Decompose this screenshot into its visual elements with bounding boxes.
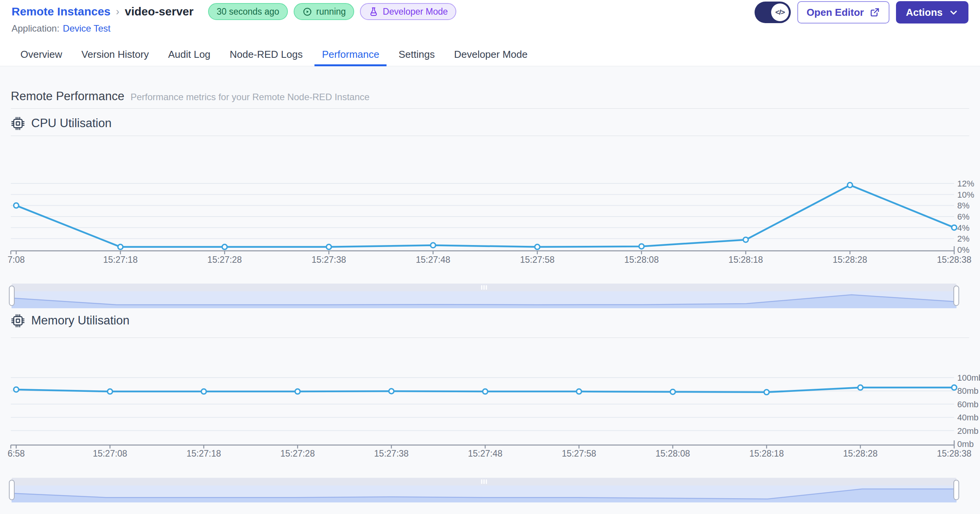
svg-text:6%: 6% (957, 212, 970, 222)
editor-toggle[interactable]: </> (755, 2, 791, 23)
svg-text:60mb: 60mb (957, 400, 978, 409)
remote-instance-page: Remote Instances › video-server 30 secon… (0, 0, 980, 514)
svg-text:20mb: 20mb (957, 426, 978, 436)
application-row: Application: Device Test (12, 23, 111, 34)
svg-text:15:27:48: 15:27:48 (468, 448, 503, 459)
memory-section-heading: Memory Utilisation (11, 313, 129, 328)
open-editor-label: Open Editor (807, 7, 864, 18)
tab-performance[interactable]: Performance (312, 43, 389, 66)
svg-text:15:28:38: 15:28:38 (937, 448, 972, 459)
svg-text:15:27:48: 15:27:48 (416, 255, 450, 265)
svg-text:80mb: 80mb (957, 386, 978, 396)
divider (11, 136, 969, 136)
cpu-section-heading: CPU Utilisation (11, 116, 111, 131)
svg-text:15:28:08: 15:28:08 (656, 448, 690, 459)
memory-chart: 0mb20mb40mb60mb80mb100mb6:5815:27:0815:2… (11, 360, 980, 472)
instance-name: video-server (125, 5, 193, 18)
drag-handle-icon[interactable] (481, 479, 487, 484)
svg-text:4%: 4% (957, 223, 970, 233)
drag-handle-icon[interactable] (481, 285, 487, 290)
svg-text:15:27:58: 15:27:58 (520, 255, 555, 265)
svg-text:12%: 12% (957, 179, 974, 188)
badge-label: 30 seconds ago (217, 7, 279, 17)
breadcrumb-separator: › (116, 6, 119, 18)
status-badge-running: running (294, 3, 355, 20)
cpu-chip-icon (11, 314, 25, 328)
cpu-chip-icon (11, 116, 25, 131)
memory-brush-drag-strip[interactable] (12, 478, 956, 485)
breadcrumb-parent-link[interactable]: Remote Instances (12, 5, 111, 18)
svg-text:40mb: 40mb (957, 413, 978, 422)
status-badge-developer-mode: Developer Mode (360, 3, 456, 20)
tab-bar: OverviewVersion HistoryAudit LogNode-RED… (0, 43, 980, 66)
svg-text:15:28:18: 15:28:18 (728, 255, 763, 265)
svg-text:15:27:38: 15:27:38 (374, 448, 409, 459)
page-subtitle: Performance metrics for your Remote Node… (131, 92, 370, 102)
status-badge-30-seconds-ago: 30 seconds ago (208, 3, 287, 20)
cpu-range-brush[interactable] (12, 284, 956, 308)
svg-text:15:28:28: 15:28:28 (833, 255, 867, 265)
svg-text:0mb: 0mb (957, 439, 974, 449)
tab-developer-mode[interactable]: Developer Mode (444, 43, 537, 66)
actions-button[interactable]: Actions (896, 1, 968, 24)
memory-range-brush[interactable] (12, 478, 956, 502)
svg-text:10%: 10% (957, 190, 974, 200)
svg-text:15:28:18: 15:28:18 (749, 448, 784, 459)
svg-text:15:27:08: 15:27:08 (93, 448, 128, 459)
tab-overview[interactable]: Overview (11, 43, 72, 66)
svg-text:15:27:28: 15:27:28 (280, 448, 315, 459)
cpu-brush-right-handle[interactable] (953, 286, 959, 306)
memory-brush-preview[interactable] (12, 485, 956, 502)
cpu-section-title: CPU Utilisation (31, 116, 111, 130)
svg-text:15:27:28: 15:27:28 (207, 255, 242, 265)
svg-text:15:27:38: 15:27:38 (312, 255, 346, 265)
cpu-brush-left-handle[interactable] (9, 286, 15, 306)
svg-text:0%: 0% (957, 245, 970, 255)
badge-label: running (316, 7, 346, 17)
svg-text:15:28:28: 15:28:28 (843, 448, 878, 459)
external-link-icon (869, 7, 880, 18)
svg-text:100mb: 100mb (957, 373, 980, 383)
header-controls: </> Open Editor Actions (755, 1, 968, 24)
page-title: Remote Performance (11, 89, 124, 103)
svg-text:15:27:58: 15:27:58 (562, 448, 597, 459)
page-title-row: Remote Performance Performance metrics f… (11, 89, 370, 105)
svg-text:8%: 8% (957, 201, 970, 210)
breadcrumb: Remote Instances › video-server 30 secon… (12, 2, 456, 21)
memory-brush-left-handle[interactable] (9, 480, 15, 500)
cpu-brush-preview[interactable] (12, 291, 956, 308)
divider (11, 338, 969, 338)
flask-icon (368, 7, 379, 17)
cpu-line-chart: 0%2%4%6%8%10%12%7:0815:27:1815:27:2815:2… (11, 162, 980, 277)
cpu-chart: 0%2%4%6%8%10%12%7:0815:27:1815:27:2815:2… (11, 162, 980, 277)
svg-text:15:27:18: 15:27:18 (103, 255, 138, 265)
cpu-brush-drag-strip[interactable] (12, 284, 956, 291)
tab-audit-log[interactable]: Audit Log (158, 43, 220, 66)
divider (11, 108, 969, 109)
badge-label: Developer Mode (383, 7, 448, 17)
svg-text:15:28:38: 15:28:38 (937, 255, 972, 265)
status-badges: 30 seconds agorunningDeveloper Mode (208, 3, 456, 20)
svg-text:15:27:18: 15:27:18 (187, 448, 221, 459)
play-circle-icon (302, 7, 313, 17)
chevron-down-icon (949, 8, 958, 17)
svg-text:6:58: 6:58 (8, 448, 25, 459)
memory-brush-right-handle[interactable] (953, 480, 959, 500)
svg-text:7:08: 7:08 (8, 255, 25, 265)
tab-settings[interactable]: Settings (389, 43, 444, 66)
memory-section-title: Memory Utilisation (31, 314, 129, 328)
tab-node-red-logs[interactable]: Node-RED Logs (220, 43, 312, 66)
svg-text:15:28:08: 15:28:08 (624, 255, 659, 265)
memory-line-chart: 0mb20mb40mb60mb80mb100mb6:5815:27:0815:2… (11, 360, 980, 472)
open-editor-button[interactable]: Open Editor (797, 1, 889, 24)
actions-label: Actions (906, 7, 943, 18)
application-label: Application: (12, 23, 59, 34)
tab-version-history[interactable]: Version History (72, 43, 158, 66)
application-link[interactable]: Device Test (63, 23, 111, 34)
svg-text:2%: 2% (957, 234, 970, 244)
code-icon: </> (771, 3, 789, 21)
